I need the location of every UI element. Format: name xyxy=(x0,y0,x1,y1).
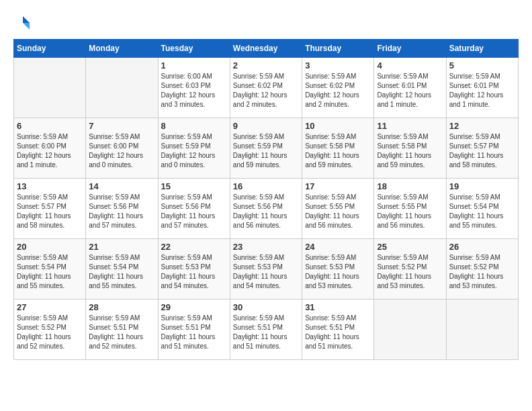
day-info: Sunrise: 5:59 AMSunset: 5:55 PMDaylight:… xyxy=(305,193,371,230)
day-number: 5 xyxy=(449,60,515,71)
cell-w4-d5: 24Sunrise: 5:59 AMSunset: 5:53 PMDayligh… xyxy=(302,239,374,300)
logo-icon xyxy=(13,13,32,32)
header-monday: Monday xyxy=(86,40,158,58)
header-row: SundayMondayTuesdayWednesdayThursdayFrid… xyxy=(14,40,519,58)
cell-w5-d5: 31Sunrise: 5:59 AMSunset: 5:51 PMDayligh… xyxy=(302,300,374,360)
svg-marker-1 xyxy=(23,23,30,30)
header-wednesday: Wednesday xyxy=(230,40,302,58)
cell-w1-d2 xyxy=(86,58,158,118)
day-info: Sunrise: 5:59 AMSunset: 6:01 PMDaylight:… xyxy=(377,72,443,109)
cell-w1-d4: 2Sunrise: 5:59 AMSunset: 6:02 PMDaylight… xyxy=(230,58,302,118)
day-info: Sunrise: 5:59 AMSunset: 6:00 PMDaylight:… xyxy=(89,132,154,170)
header-tuesday: Tuesday xyxy=(158,40,230,58)
day-info: Sunrise: 5:59 AMSunset: 6:01 PMDaylight:… xyxy=(449,72,515,109)
cell-w2-d5: 10Sunrise: 5:59 AMSunset: 5:58 PMDayligh… xyxy=(302,118,374,179)
day-number: 2 xyxy=(233,60,299,71)
header-friday: Friday xyxy=(374,40,446,58)
cell-w1-d1 xyxy=(14,58,86,118)
day-info: Sunrise: 5:59 AMSunset: 5:58 PMDaylight:… xyxy=(377,132,443,170)
day-info: Sunrise: 5:59 AMSunset: 5:54 PMDaylight:… xyxy=(17,253,83,291)
cell-w5-d1: 27Sunrise: 5:59 AMSunset: 5:52 PMDayligh… xyxy=(14,300,86,360)
cell-w2-d4: 9Sunrise: 5:59 AMSunset: 5:59 PMDaylight… xyxy=(230,118,302,179)
cell-w2-d2: 7Sunrise: 5:59 AMSunset: 6:00 PMDaylight… xyxy=(86,118,158,179)
day-number: 28 xyxy=(89,302,154,312)
day-info: Sunrise: 5:59 AMSunset: 5:56 PMDaylight:… xyxy=(89,193,154,230)
calendar-header: SundayMondayTuesdayWednesdayThursdayFrid… xyxy=(14,40,519,58)
cell-w4-d3: 22Sunrise: 5:59 AMSunset: 5:53 PMDayligh… xyxy=(158,239,230,300)
day-info: Sunrise: 5:59 AMSunset: 5:55 PMDaylight:… xyxy=(377,193,443,230)
cell-w3-d5: 17Sunrise: 5:59 AMSunset: 5:55 PMDayligh… xyxy=(302,179,374,239)
day-number: 3 xyxy=(305,60,371,71)
week-row-5: 27Sunrise: 5:59 AMSunset: 5:52 PMDayligh… xyxy=(14,300,519,360)
cell-w2-d1: 6Sunrise: 5:59 AMSunset: 6:00 PMDaylight… xyxy=(14,118,86,179)
day-info: Sunrise: 5:59 AMSunset: 5:53 PMDaylight:… xyxy=(305,253,371,291)
day-number: 4 xyxy=(377,60,443,71)
svg-marker-0 xyxy=(23,16,30,23)
day-number: 26 xyxy=(449,242,515,252)
cell-w5-d4: 30Sunrise: 5:59 AMSunset: 5:51 PMDayligh… xyxy=(230,300,302,360)
day-info: Sunrise: 5:59 AMSunset: 6:02 PMDaylight:… xyxy=(233,72,299,109)
page-header xyxy=(13,13,519,32)
cell-w4-d6: 25Sunrise: 5:59 AMSunset: 5:52 PMDayligh… xyxy=(374,239,446,300)
cell-w4-d1: 20Sunrise: 5:59 AMSunset: 5:54 PMDayligh… xyxy=(14,239,86,300)
day-number: 19 xyxy=(449,181,515,191)
cell-w2-d3: 8Sunrise: 5:59 AMSunset: 5:59 PMDaylight… xyxy=(158,118,230,179)
cell-w5-d2: 28Sunrise: 5:59 AMSunset: 5:51 PMDayligh… xyxy=(86,300,158,360)
day-info: Sunrise: 5:59 AMSunset: 5:59 PMDaylight:… xyxy=(233,132,299,170)
day-number: 18 xyxy=(377,181,443,191)
day-number: 9 xyxy=(233,121,299,131)
day-info: Sunrise: 5:59 AMSunset: 5:53 PMDaylight:… xyxy=(233,253,299,291)
cell-w5-d6 xyxy=(374,300,446,360)
day-info: Sunrise: 5:59 AMSunset: 5:51 PMDaylight:… xyxy=(161,314,227,351)
cell-w3-d7: 19Sunrise: 5:59 AMSunset: 5:54 PMDayligh… xyxy=(446,179,518,239)
day-number: 25 xyxy=(377,242,443,252)
day-number: 31 xyxy=(305,302,371,312)
day-info: Sunrise: 5:59 AMSunset: 5:54 PMDaylight:… xyxy=(449,193,515,230)
calendar-body: 1Sunrise: 6:00 AMSunset: 6:03 PMDaylight… xyxy=(14,58,519,360)
day-number: 7 xyxy=(89,121,154,131)
cell-w1-d6: 4Sunrise: 5:59 AMSunset: 6:01 PMDaylight… xyxy=(374,58,446,118)
cell-w1-d7: 5Sunrise: 5:59 AMSunset: 6:01 PMDaylight… xyxy=(446,58,518,118)
day-number: 27 xyxy=(17,302,83,312)
day-number: 11 xyxy=(377,121,443,131)
calendar-table: SundayMondayTuesdayWednesdayThursdayFrid… xyxy=(13,39,519,360)
day-number: 22 xyxy=(161,242,227,252)
day-number: 30 xyxy=(233,302,299,312)
day-info: Sunrise: 5:59 AMSunset: 5:52 PMDaylight:… xyxy=(17,314,83,351)
header-saturday: Saturday xyxy=(446,40,518,58)
day-info: Sunrise: 5:59 AMSunset: 6:02 PMDaylight:… xyxy=(305,72,371,109)
week-row-3: 13Sunrise: 5:59 AMSunset: 5:57 PMDayligh… xyxy=(14,179,519,239)
day-number: 24 xyxy=(305,242,371,252)
cell-w3-d1: 13Sunrise: 5:59 AMSunset: 5:57 PMDayligh… xyxy=(14,179,86,239)
day-info: Sunrise: 5:59 AMSunset: 5:56 PMDaylight:… xyxy=(161,193,227,230)
cell-w2-d7: 12Sunrise: 5:59 AMSunset: 5:57 PMDayligh… xyxy=(446,118,518,179)
logo xyxy=(13,13,35,32)
day-number: 10 xyxy=(305,121,371,131)
day-number: 29 xyxy=(161,302,227,312)
day-info: Sunrise: 5:59 AMSunset: 5:56 PMDaylight:… xyxy=(233,193,299,230)
day-number: 16 xyxy=(233,181,299,191)
cell-w3-d4: 16Sunrise: 5:59 AMSunset: 5:56 PMDayligh… xyxy=(230,179,302,239)
day-number: 17 xyxy=(305,181,371,191)
cell-w1-d3: 1Sunrise: 6:00 AMSunset: 6:03 PMDaylight… xyxy=(158,58,230,118)
day-number: 15 xyxy=(161,181,227,191)
week-row-1: 1Sunrise: 6:00 AMSunset: 6:03 PMDaylight… xyxy=(14,58,519,118)
cell-w3-d3: 15Sunrise: 5:59 AMSunset: 5:56 PMDayligh… xyxy=(158,179,230,239)
cell-w2-d6: 11Sunrise: 5:59 AMSunset: 5:58 PMDayligh… xyxy=(374,118,446,179)
day-info: Sunrise: 5:59 AMSunset: 5:57 PMDaylight:… xyxy=(17,193,83,230)
day-info: Sunrise: 5:59 AMSunset: 5:54 PMDaylight:… xyxy=(89,253,154,291)
day-info: Sunrise: 5:59 AMSunset: 5:51 PMDaylight:… xyxy=(89,314,154,351)
day-number: 23 xyxy=(233,242,299,252)
header-thursday: Thursday xyxy=(302,40,374,58)
header-sunday: Sunday xyxy=(14,40,86,58)
day-number: 1 xyxy=(161,60,227,71)
day-info: Sunrise: 5:59 AMSunset: 5:53 PMDaylight:… xyxy=(161,253,227,291)
cell-w4-d7: 26Sunrise: 5:59 AMSunset: 5:52 PMDayligh… xyxy=(446,239,518,300)
day-info: Sunrise: 5:59 AMSunset: 5:57 PMDaylight:… xyxy=(449,132,515,170)
week-row-4: 20Sunrise: 5:59 AMSunset: 5:54 PMDayligh… xyxy=(14,239,519,300)
day-info: Sunrise: 5:59 AMSunset: 5:58 PMDaylight:… xyxy=(305,132,371,170)
day-number: 20 xyxy=(17,242,83,252)
cell-w5-d3: 29Sunrise: 5:59 AMSunset: 5:51 PMDayligh… xyxy=(158,300,230,360)
day-info: Sunrise: 5:59 AMSunset: 5:52 PMDaylight:… xyxy=(377,253,443,291)
day-info: Sunrise: 5:59 AMSunset: 5:52 PMDaylight:… xyxy=(449,253,515,291)
